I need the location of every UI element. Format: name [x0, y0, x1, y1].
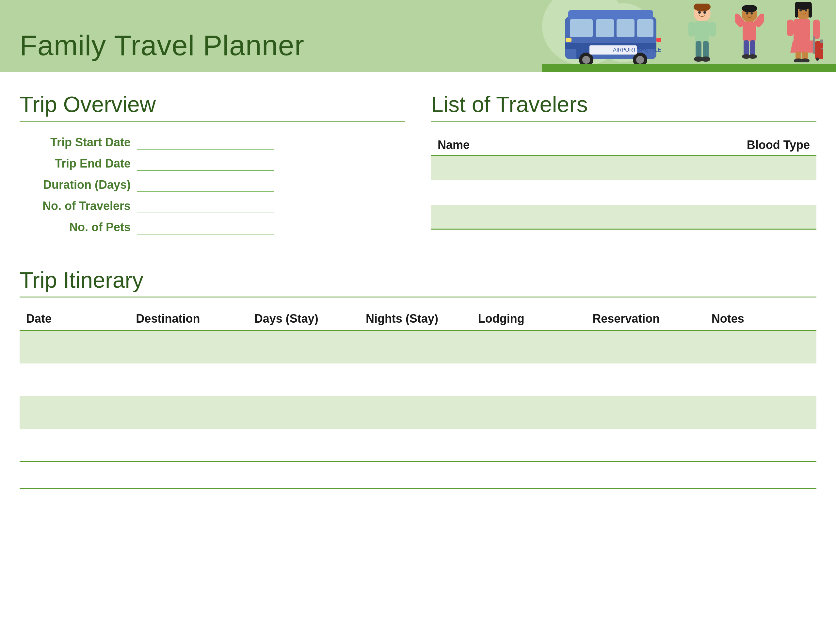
trip-start-date-input[interactable]	[137, 135, 274, 150]
header: Family Travel Planner	[0, 0, 836, 72]
itin-nights-2[interactable]	[359, 363, 472, 396]
svg-rect-53	[813, 36, 815, 54]
itin-date-3[interactable]	[20, 396, 129, 429]
trip-end-date-row: Trip End Date	[20, 156, 405, 171]
no-travelers-input[interactable]	[137, 199, 274, 213]
svg-rect-4	[617, 19, 635, 37]
traveler-blood-3[interactable]	[624, 205, 816, 229]
travelers-col-name: Name	[431, 135, 624, 156]
svg-point-36	[748, 54, 757, 59]
no-pets-input[interactable]	[137, 220, 274, 234]
svg-rect-43	[794, 19, 810, 42]
no-pets-label: No. of Pets	[20, 221, 131, 234]
itin-reservation-1[interactable]	[586, 331, 705, 363]
itinerary-col-nights-stay: Nights (Stay)	[359, 307, 472, 331]
itin-notes-1[interactable]	[705, 331, 816, 363]
svg-rect-57	[821, 48, 823, 49]
traveler-blood-1[interactable]	[624, 156, 816, 180]
itin-days-3[interactable]	[248, 396, 359, 429]
trip-start-date-label: Trip Start Date	[20, 136, 131, 149]
svg-point-51	[799, 9, 802, 11]
itin-dest-2[interactable]	[129, 363, 248, 396]
itin-days-2[interactable]	[248, 363, 359, 396]
table-row	[431, 156, 816, 180]
table-row	[431, 205, 816, 229]
svg-rect-34	[750, 40, 755, 57]
itin-notes-2[interactable]	[705, 363, 816, 396]
svg-rect-33	[744, 40, 749, 57]
svg-rect-41	[795, 5, 798, 18]
itin-reservation-4[interactable]	[586, 429, 705, 461]
svg-rect-2	[570, 19, 593, 37]
itin-lodging-4[interactable]	[472, 429, 586, 461]
svg-rect-23	[703, 41, 709, 59]
duration-days-row: Duration (Days)	[20, 177, 405, 192]
no-travelers-label: No. of Travelers	[20, 199, 131, 213]
itin-dest-3[interactable]	[129, 396, 248, 429]
svg-rect-20	[688, 22, 695, 37]
itin-date-1[interactable]	[20, 331, 129, 363]
itin-date-2[interactable]	[20, 363, 129, 396]
itinerary-col-destination: Destination	[129, 307, 248, 331]
traveler-name-3[interactable]	[431, 205, 624, 229]
itin-reservation-3[interactable]	[586, 396, 705, 429]
travelers-table: Name Blood Type	[431, 135, 816, 230]
svg-rect-1	[568, 10, 653, 20]
svg-point-27	[704, 11, 706, 14]
traveler-name-1[interactable]	[431, 156, 624, 180]
table-row	[20, 396, 816, 429]
svg-rect-16	[656, 38, 661, 42]
itin-nights-4[interactable]	[359, 429, 472, 461]
overview-row: Trip Overview Trip Start Date Trip End D…	[20, 92, 816, 241]
svg-rect-54	[815, 41, 823, 59]
person-3-icon	[784, 2, 823, 64]
itin-lodging-3[interactable]	[472, 396, 586, 429]
trip-overview-section: Trip Overview Trip Start Date Trip End D…	[20, 92, 405, 241]
svg-point-25	[701, 57, 710, 62]
itinerary-heading: Trip Itinerary	[20, 267, 816, 297]
trip-start-date-row: Trip Start Date	[20, 135, 405, 150]
itin-lodging-2[interactable]	[472, 363, 586, 396]
trip-end-date-label: Trip End Date	[20, 157, 131, 170]
svg-point-37	[746, 12, 748, 15]
itin-days-1[interactable]	[248, 331, 359, 363]
svg-rect-42	[808, 5, 812, 18]
itin-date-4[interactable]	[20, 429, 129, 461]
no-pets-row: No. of Pets	[20, 220, 405, 234]
trip-end-date-input[interactable]	[137, 156, 274, 171]
app-title: Family Travel Planner	[20, 29, 304, 62]
svg-rect-21	[709, 22, 716, 37]
table-row	[20, 331, 816, 363]
trip-overview-heading: Trip Overview	[20, 92, 405, 122]
itin-notes-3[interactable]	[705, 396, 816, 429]
svg-rect-5	[637, 19, 653, 37]
svg-point-38	[751, 12, 753, 15]
itin-days-4[interactable]	[248, 429, 359, 461]
svg-point-12	[636, 56, 644, 64]
svg-text:AIRPORT SHUTTLE: AIRPORT SHUTTLE	[613, 47, 661, 52]
itin-nights-3[interactable]	[359, 396, 472, 429]
itin-dest-4[interactable]	[129, 429, 248, 461]
itinerary-table: Date Destination Days (Stay) Nights (Sta…	[20, 307, 816, 462]
duration-days-input[interactable]	[137, 177, 274, 192]
traveler-blood-2[interactable]	[624, 180, 816, 205]
svg-point-50	[800, 59, 810, 62]
traveler-name-2[interactable]	[431, 180, 624, 205]
svg-point-58	[816, 57, 819, 61]
itinerary-col-lodging: Lodging	[472, 307, 586, 331]
itin-reservation-2[interactable]	[586, 363, 705, 396]
itin-dest-1[interactable]	[129, 331, 248, 363]
header-illustration: AIRPORT SHUTTLE	[542, 0, 836, 72]
svg-rect-45	[787, 20, 794, 36]
footer-divider	[20, 488, 816, 489]
person-1-icon	[686, 3, 718, 64]
itinerary-col-notes: Notes	[705, 307, 816, 331]
svg-point-10	[582, 56, 590, 64]
itinerary-col-days-stay: Days (Stay)	[248, 307, 359, 331]
svg-rect-55	[820, 39, 823, 43]
grass-strip	[542, 64, 836, 72]
itin-nights-1[interactable]	[359, 331, 472, 363]
itin-notes-4[interactable]	[705, 429, 816, 461]
itin-lodging-1[interactable]	[472, 331, 586, 363]
main-content: Trip Overview Trip Start Date Trip End D…	[0, 72, 836, 475]
